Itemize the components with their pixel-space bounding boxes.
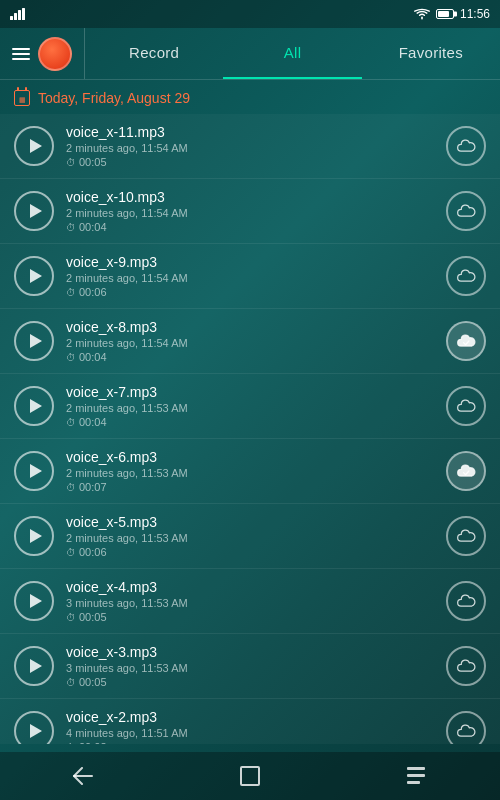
recording-meta: 2 minutes ago, 11:53 AM: [66, 402, 434, 414]
clock-icon: ⏱: [66, 417, 76, 428]
play-icon: [30, 204, 42, 218]
clock-icon: ⏱: [66, 482, 76, 493]
play-icon: [30, 139, 42, 153]
list-item: voice_x-7.mp3 2 minutes ago, 11:53 AM ⏱ …: [0, 374, 500, 439]
duration-text: 00:06: [79, 546, 107, 558]
play-icon: [30, 659, 42, 673]
bottom-nav: [0, 752, 500, 800]
play-icon: [30, 399, 42, 413]
cloud-upload-button[interactable]: [446, 451, 486, 491]
play-button[interactable]: [14, 191, 54, 231]
cloud-upload-button[interactable]: [446, 711, 486, 744]
duration-text: 00:04: [79, 416, 107, 428]
cloud-upload-button[interactable]: [446, 256, 486, 296]
recording-meta: 2 minutes ago, 11:53 AM: [66, 532, 434, 544]
recording-info: voice_x-6.mp3 2 minutes ago, 11:53 AM ⏱ …: [66, 449, 434, 493]
svg-rect-2: [18, 10, 21, 20]
play-icon: [30, 529, 42, 543]
recording-info: voice_x-8.mp3 2 minutes ago, 11:54 AM ⏱ …: [66, 319, 434, 363]
recording-name: voice_x-8.mp3: [66, 319, 434, 335]
cloud-upload-button[interactable]: [446, 646, 486, 686]
clock-icon: ⏱: [66, 677, 76, 688]
cloud-icon: [456, 269, 476, 283]
recording-name: voice_x-4.mp3: [66, 579, 434, 595]
date-header: ▦ Today, Friday, August 29: [0, 80, 500, 114]
svg-rect-6: [407, 781, 420, 784]
svg-rect-1: [14, 13, 17, 20]
list-item: voice_x-5.mp3 2 minutes ago, 11:53 AM ⏱ …: [0, 504, 500, 569]
cloud-upload-button[interactable]: [446, 386, 486, 426]
duration-text: 00:05: [79, 156, 107, 168]
recording-duration: ⏱ 00:05: [66, 156, 434, 168]
list-item: voice_x-8.mp3 2 minutes ago, 11:54 AM ⏱ …: [0, 309, 500, 374]
status-bar: 11:56: [0, 0, 500, 28]
battery-icon: [436, 9, 454, 19]
play-button[interactable]: [14, 516, 54, 556]
duration-text: 00:03: [79, 741, 107, 744]
list-item: voice_x-2.mp3 4 minutes ago, 11:51 AM ⏱ …: [0, 699, 500, 744]
recording-name: voice_x-9.mp3: [66, 254, 434, 270]
signal-icon: [10, 8, 26, 20]
recording-duration: ⏱ 00:05: [66, 676, 434, 688]
tab-record[interactable]: Record: [85, 28, 223, 79]
duration-text: 00:06: [79, 286, 107, 298]
cloud-upload-button[interactable]: [446, 516, 486, 556]
recording-info: voice_x-7.mp3 2 minutes ago, 11:53 AM ⏱ …: [66, 384, 434, 428]
recording-info: voice_x-2.mp3 4 minutes ago, 11:51 AM ⏱ …: [66, 709, 434, 744]
clock-icon: ⏱: [66, 352, 76, 363]
recording-duration: ⏱ 00:05: [66, 611, 434, 623]
record-dot: [38, 37, 72, 71]
recording-duration: ⏱ 00:06: [66, 286, 434, 298]
list-item: voice_x-6.mp3 2 minutes ago, 11:53 AM ⏱ …: [0, 439, 500, 504]
status-left: [10, 8, 26, 20]
duration-text: 00:05: [79, 676, 107, 688]
play-button[interactable]: [14, 126, 54, 166]
recording-meta: 3 minutes ago, 11:53 AM: [66, 662, 434, 674]
hamburger-menu[interactable]: [12, 48, 30, 60]
recent-button[interactable]: [387, 756, 447, 796]
back-icon: [72, 767, 94, 785]
play-button[interactable]: [14, 321, 54, 361]
recording-duration: ⏱ 00:06: [66, 546, 434, 558]
recording-meta: 3 minutes ago, 11:53 AM: [66, 597, 434, 609]
tab-all[interactable]: All: [223, 28, 361, 79]
recording-name: voice_x-5.mp3: [66, 514, 434, 530]
home-icon: [240, 766, 260, 786]
clock-icon: ⏱: [66, 742, 76, 745]
recording-meta: 2 minutes ago, 11:54 AM: [66, 207, 434, 219]
play-button[interactable]: [14, 256, 54, 296]
tab-favorites[interactable]: Favorites: [362, 28, 500, 79]
back-button[interactable]: [53, 756, 113, 796]
recording-info: voice_x-3.mp3 3 minutes ago, 11:53 AM ⏱ …: [66, 644, 434, 688]
cloud-upload-button[interactable]: [446, 126, 486, 166]
cloud-icon: [456, 724, 476, 738]
cloud-icon: [456, 594, 476, 608]
recording-meta: 2 minutes ago, 11:54 AM: [66, 142, 434, 154]
play-button[interactable]: [14, 646, 54, 686]
recording-duration: ⏱ 00:04: [66, 221, 434, 233]
nav-tabs: Record All Favorites: [85, 28, 500, 79]
play-button[interactable]: [14, 386, 54, 426]
play-button[interactable]: [14, 581, 54, 621]
clock-icon: ⏱: [66, 222, 76, 233]
duration-text: 00:04: [79, 221, 107, 233]
duration-text: 00:04: [79, 351, 107, 363]
play-button[interactable]: [14, 711, 54, 744]
recording-name: voice_x-10.mp3: [66, 189, 434, 205]
cloud-upload-button[interactable]: [446, 191, 486, 231]
svg-rect-0: [10, 16, 13, 20]
cloud-upload-button[interactable]: [446, 581, 486, 621]
play-icon: [30, 594, 42, 608]
play-button[interactable]: [14, 451, 54, 491]
cloud-icon: [456, 464, 476, 478]
date-text: Today, Friday, August 29: [38, 90, 190, 106]
recording-duration: ⏱ 00:07: [66, 481, 434, 493]
play-icon: [30, 724, 42, 738]
status-right: 11:56: [414, 7, 490, 21]
cloud-icon: [456, 399, 476, 413]
home-button[interactable]: [220, 756, 280, 796]
recording-name: voice_x-2.mp3: [66, 709, 434, 725]
recording-meta: 2 minutes ago, 11:53 AM: [66, 467, 434, 479]
cloud-upload-button[interactable]: [446, 321, 486, 361]
recording-meta: 2 minutes ago, 11:54 AM: [66, 337, 434, 349]
